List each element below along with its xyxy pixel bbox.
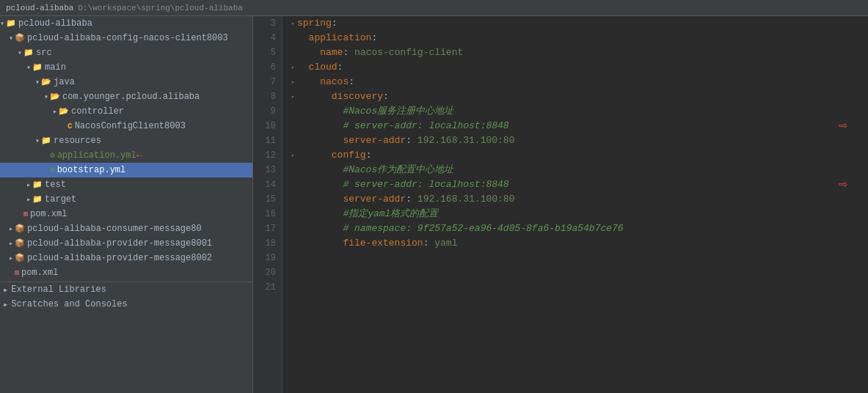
tree-item-root[interactable]: ▾📁pcloud-alibaba <box>0 16 252 31</box>
external-libraries-item[interactable]: ▸ External Libraries <box>0 282 252 297</box>
tree-triangle: ▾ <box>9 33 13 43</box>
code-token: : <box>371 32 377 43</box>
tree-item-main[interactable]: ▾📁main <box>0 60 252 75</box>
code-token: application <box>297 32 371 43</box>
code-area[interactable]: ▾spring: application: name: nacos-config… <box>282 16 868 393</box>
line-number: 13 <box>259 163 276 177</box>
code-token: : <box>406 135 417 146</box>
fold-gutter <box>288 207 297 222</box>
editor-arrow-annotation: ⇨ <box>839 119 847 133</box>
tree-icon-yml: ⚙ <box>50 150 55 161</box>
tree-icon-folder: 📁 <box>41 136 51 146</box>
tree-label: pcloud-alibaba-config-nacos-client8003 <box>27 33 228 43</box>
code-line: # server-addr: localhost:8848⇨ <box>288 177 862 192</box>
code-line <box>288 280 862 295</box>
sidebar: ▾📁pcloud-alibaba▾📦pcloud-alibaba-config-… <box>0 16 253 393</box>
line-number: 9 <box>259 104 276 119</box>
tree-icon-module: 📦 <box>15 238 25 249</box>
tree-label: pcloud-alibaba-provider-message8002 <box>27 253 212 263</box>
code-token: : <box>406 194 417 205</box>
line-number: 12 <box>259 148 276 163</box>
code-line <box>288 251 862 265</box>
code-token: : <box>349 76 354 87</box>
tree-item-test[interactable]: ▸📁test <box>0 177 252 192</box>
code-line <box>288 265 862 280</box>
line-number: 3 <box>259 16 276 31</box>
line-number: 6 <box>259 60 276 75</box>
tree-item-pom-xml[interactable]: ▸mpom.xml <box>0 207 252 221</box>
code-line: # server-addr: localhost:8848⇨ <box>288 119 862 133</box>
tree-triangle: ▸ <box>44 150 48 161</box>
tree-item-com-younger[interactable]: ▾📂com.younger.pcloud.alibaba <box>0 89 252 104</box>
tree-label: target <box>45 194 76 205</box>
project-name: pcloud-alibaba <box>6 4 73 12</box>
line-number: 4 <box>259 31 276 45</box>
tree-triangle: ▸ <box>18 209 22 219</box>
line-number: 21 <box>259 280 276 295</box>
tree-item-consumer-msg[interactable]: ▸📦pcloud-alibaba-consumer-message80 <box>0 221 252 236</box>
line-number: 11 <box>259 133 276 148</box>
code-line: ▾ cloud: <box>288 60 862 75</box>
fold-gutter <box>288 281 297 295</box>
fold-gutter <box>288 266 297 281</box>
tree-icon-package: 📂 <box>50 92 60 102</box>
tree-item-target[interactable]: ▸📁target <box>0 192 252 207</box>
tree-icon-java: C <box>68 121 73 131</box>
tree-item-provider-msg1[interactable]: ▸📦pcloud-alibaba-provider-message8001 <box>0 236 252 251</box>
tree-item-provider-msg2[interactable]: ▸📦pcloud-alibaba-provider-message8002 <box>0 251 252 265</box>
tree-item-nacos-client[interactable]: ▸CNacosConfigClient8003 <box>0 119 252 133</box>
code-token: # server-addr: localhost:8848 <box>297 120 509 131</box>
tree-triangle: ▸ <box>9 253 13 263</box>
code-token: nacos <box>297 76 349 87</box>
code-token: spring <box>297 18 332 29</box>
line-number: 16 <box>259 207 276 221</box>
tree-icon-package: 📂 <box>59 106 69 117</box>
tree-triangle: ▸ <box>9 238 13 249</box>
fold-gutter <box>288 46 297 61</box>
tree-label: pcloud-alibaba-consumer-message80 <box>27 224 202 234</box>
tree-triangle: ▾ <box>35 136 40 146</box>
fold-gutter <box>288 178 297 193</box>
code-line: #Nacos服务注册中心地址 <box>288 104 862 119</box>
line-number: 8 <box>259 89 276 104</box>
tree-label: test <box>45 180 66 190</box>
code-token: # server-addr: localhost:8848 <box>297 179 509 190</box>
fold-gutter <box>288 105 297 120</box>
tree-label: main <box>45 62 66 73</box>
code-token: name <box>297 47 343 58</box>
tree-triangle: ▾ <box>35 77 40 87</box>
scratches-consoles-label: Scratches and Consoles <box>11 299 127 309</box>
tree-item-java[interactable]: ▾📂java <box>0 75 252 89</box>
tree-triangle: ▾ <box>0 18 4 29</box>
tree-item-controller[interactable]: ▸📂controller <box>0 104 252 119</box>
tree-item-bootstrap-yml[interactable]: ▸⚙bootstrap.yml <box>0 163 252 177</box>
fold-gutter <box>288 164 297 178</box>
file-tree: ▾📁pcloud-alibaba▾📦pcloud-alibaba-config-… <box>0 16 252 280</box>
sidebar-arrow-annotation: ← <box>136 150 142 161</box>
tree-label: pom.xml <box>30 209 67 219</box>
line-number: 19 <box>259 251 276 265</box>
fold-gutter <box>288 237 297 251</box>
tree-label: resources <box>54 136 101 146</box>
tree-item-pom-xml-root[interactable]: ▸mpom.xml <box>0 265 252 280</box>
code-token: #Nacos服务注册中心地址 <box>297 106 453 117</box>
line-number: 18 <box>259 236 276 251</box>
code-token: : <box>343 47 354 58</box>
tree-item-resources[interactable]: ▾📁resources <box>0 133 252 148</box>
code-token: : <box>338 62 343 73</box>
code-token: discovery <box>297 91 383 102</box>
scratches-consoles-item[interactable]: ▸ Scratches and Consoles <box>0 297 252 312</box>
code-line: ▾ nacos: <box>288 75 862 89</box>
code-line: ▾ discovery: <box>288 89 862 104</box>
main-layout: ▾📁pcloud-alibaba▾📦pcloud-alibaba-config-… <box>0 16 868 393</box>
code-token: yaml <box>434 238 457 249</box>
code-token: : <box>332 18 338 29</box>
tree-item-application-yml[interactable]: ▸⚙application.yml ← <box>0 148 252 163</box>
tree-item-src[interactable]: ▾📁src <box>0 45 252 60</box>
tree-icon-folder: 📁 <box>32 180 43 190</box>
tree-icon-folder-blue: 📂 <box>41 77 51 87</box>
tree-label: application.yml <box>57 150 136 161</box>
fold-gutter: ▾ <box>288 90 297 105</box>
tree-item-config-nacos[interactable]: ▾📦pcloud-alibaba-config-nacos-client8003 <box>0 31 252 45</box>
title-bar: pcloud-alibaba D:\workspace\spring\pclou… <box>0 0 868 16</box>
